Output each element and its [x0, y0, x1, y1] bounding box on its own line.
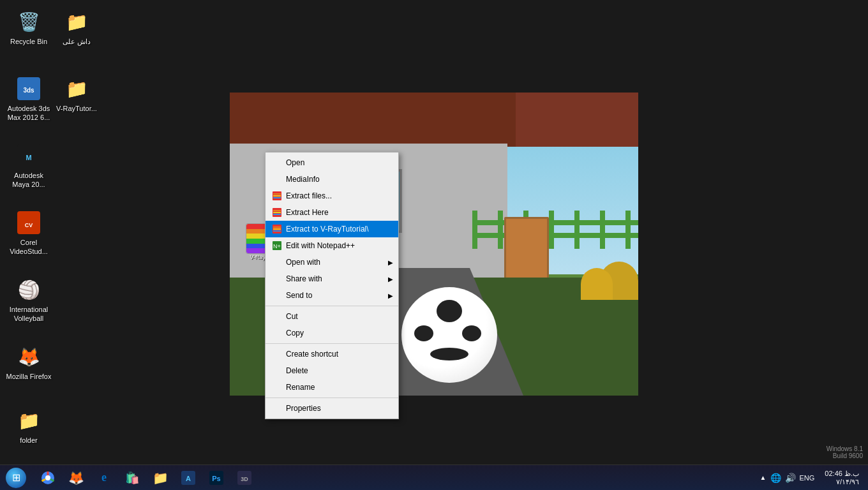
context-menu-open-with[interactable]: Open with ▶ [266, 254, 398, 271]
context-menu: Open MediaInfo Extract files... [265, 152, 399, 419]
taskbar-firefox[interactable]: 🦊 [63, 466, 89, 489]
taskbar-autodesk[interactable]: A [175, 466, 202, 489]
properties-label: Properties [286, 404, 321, 413]
vray-label: V-RayTutor... [56, 104, 97, 113]
edit-notepad-label: Edit with Notepad++ [286, 241, 355, 250]
context-menu-copy[interactable]: Copy [266, 325, 398, 341]
dash-ali-icon: 📁 [64, 9, 89, 34]
taskbar-photoshop[interactable]: Ps [203, 466, 230, 489]
delete-label: Delete [286, 366, 308, 375]
taskbar-apps: 🦊 e 🛍️ 📁 A Ps [32, 465, 260, 490]
clock-date: ٧/١۴/٩٦ [825, 478, 859, 486]
desktop-icon-vray[interactable]: 📁 V-RayTutor... [51, 73, 102, 115]
separator-2 [266, 343, 398, 344]
volleyball-label: International Volleyball [6, 305, 52, 323]
svg-rect-8 [273, 195, 281, 197]
extract-here-icon [272, 207, 282, 218]
tray-arrow[interactable]: ▲ [760, 474, 767, 481]
svg-text:N+: N+ [273, 243, 281, 249]
context-menu-rename[interactable]: Rename [266, 379, 398, 396]
svg-rect-13 [273, 214, 281, 215]
desktop-icon-recycle-bin[interactable]: 🗑️ Recycle Bin [3, 6, 54, 48]
svg-rect-12 [273, 212, 281, 213]
context-menu-mediainfo[interactable]: MediaInfo [266, 171, 398, 188]
cut-label: Cut [286, 312, 298, 321]
taskbar-explorer[interactable]: 📁 [147, 466, 174, 489]
volleyball-icon: 🏐 [16, 277, 41, 302]
taskbar: 🦊 e 🛍️ 📁 A Ps [0, 464, 868, 490]
context-menu-send-to[interactable]: Send to ▶ [266, 287, 398, 304]
delete-icon [272, 366, 282, 376]
send-to-icon [272, 290, 282, 301]
desktop-icon-corel[interactable]: CV Corel VideoStud... [3, 207, 54, 259]
open-label: Open [286, 158, 304, 167]
send-to-label: Send to [286, 291, 312, 300]
recycle-bin-label: Recycle Bin [10, 37, 47, 46]
separator-1 [266, 306, 398, 306]
open-with-label: Open with [286, 258, 320, 267]
extract-here-label: Extract Here [286, 208, 329, 217]
svg-point-21 [45, 475, 50, 480]
context-menu-edit-notepad[interactable]: N+ Edit with Notepad++ [266, 237, 398, 254]
folder-icon: 📁 [16, 408, 41, 433]
context-menu-delete[interactable]: Delete [266, 362, 398, 379]
notepad-icon: N+ [272, 241, 282, 251]
vray-icon: 📁 [64, 76, 89, 101]
clock-time: 02:46 ب.ظ [825, 470, 859, 478]
desktop-icon-maya[interactable]: M Autodesk Maya 20... [3, 140, 54, 192]
svg-rect-17 [273, 230, 281, 232]
autodesk-3ds-icon: 3ds [16, 76, 41, 101]
context-menu-extract-here[interactable]: Extract Here [266, 204, 398, 221]
svg-text:M: M [26, 154, 31, 161]
extract-to-icon [272, 224, 282, 234]
maya-icon: M [16, 143, 41, 168]
tray-network: 🌐 [770, 473, 781, 483]
recycle-bin-icon: 🗑️ [16, 9, 41, 34]
svg-rect-7 [273, 193, 281, 195]
desktop-icon-volleyball[interactable]: 🏐 International Volleyball [3, 274, 54, 326]
desktop-icon-firefox[interactable]: 🦊 Mozilla Firefox [3, 341, 54, 383]
clock[interactable]: 02:46 ب.ظ ٧/١۴/٩٦ [821, 470, 863, 486]
context-menu-extract-files[interactable]: Extract files... [266, 188, 398, 204]
open-icon [272, 158, 282, 168]
context-menu-properties[interactable]: Properties [266, 400, 398, 417]
extract-to-label: Extract to V-RayTutorial\ [286, 225, 369, 234]
svg-text:3ds: 3ds [23, 87, 34, 94]
separator-3 [266, 397, 398, 398]
maya-label: Autodesk Maya 20... [6, 171, 52, 189]
context-menu-create-shortcut[interactable]: Create shortcut [266, 346, 398, 362]
context-menu-cut[interactable]: Cut [266, 308, 398, 325]
desktop-icon-folder[interactable]: 📁 folder [3, 405, 54, 447]
rename-label: Rename [286, 383, 315, 392]
open-with-icon [272, 257, 282, 267]
taskbar-right: ▲ 🌐 🔊 ENG 02:46 ب.ظ ٧/١۴/٩٦ [756, 470, 868, 486]
taskbar-ie[interactable]: e [91, 466, 117, 489]
share-with-arrow: ▶ [388, 276, 393, 283]
corel-label: Corel VideoStud... [6, 238, 52, 256]
context-menu-share-with[interactable]: Share with ▶ [266, 271, 398, 287]
tray-volume: 🔊 [785, 473, 796, 483]
open-with-arrow: ▶ [388, 259, 393, 266]
properties-icon [272, 403, 282, 413]
taskbar-chrome[interactable] [34, 466, 61, 489]
system-tray: ▲ 🌐 🔊 ENG [756, 473, 819, 483]
taskbar-render[interactable]: 3D [231, 466, 258, 489]
rename-icon [272, 382, 282, 392]
desktop-icon-autodesk-3ds[interactable]: 3ds Autodesk 3ds Max 2012 6... [3, 73, 54, 125]
create-shortcut-label: Create shortcut [286, 350, 338, 359]
dash-ali-label: داش علی [63, 37, 91, 46]
context-menu-extract-to[interactable]: Extract to V-RayTutorial\ [266, 221, 398, 237]
svg-text:Ps: Ps [212, 475, 220, 482]
share-with-icon [272, 274, 282, 284]
svg-rect-16 [273, 228, 281, 230]
context-menu-open[interactable]: Open [266, 154, 398, 171]
create-shortcut-icon [272, 349, 282, 359]
start-button[interactable] [0, 465, 32, 491]
autodesk-3ds-label: Autodesk 3ds Max 2012 6... [6, 104, 52, 122]
svg-rect-15 [273, 226, 281, 228]
desktop-icon-dash-ali[interactable]: 📁 داش علی [51, 6, 102, 48]
taskbar-store[interactable]: 🛍️ [119, 466, 146, 489]
desktop: 🗑️ Recycle Bin 📁 داش علی 3ds Autodesk 3d… [0, 0, 868, 490]
svg-text:CV: CV [25, 222, 33, 228]
svg-rect-11 [273, 210, 281, 211]
